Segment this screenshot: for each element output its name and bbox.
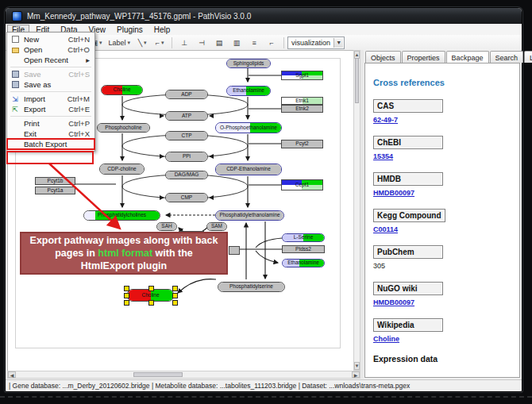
selection-handle[interactable] [124, 286, 129, 291]
chevron-down-icon[interactable]: ▾ [144, 40, 147, 46]
menu-item-label: Export [24, 105, 68, 114]
gene-node-sgpl1[interactable]: Sgpl1 [281, 71, 323, 80]
metabolite-node-l-serine[interactable]: L-Serine [282, 233, 325, 242]
export-icon: ⇱ [10, 106, 20, 114]
gene-node-etnk2[interactable]: Etnk2 [281, 105, 323, 113]
chevron-down-icon[interactable]: ▾ [161, 40, 164, 46]
metabolite-node-sah[interactable]: SAH [156, 222, 177, 231]
common-height-button[interactable]: ⌐ [264, 36, 279, 49]
label-tool-button[interactable]: Label▾ [106, 36, 133, 49]
side-panel-tabs: ObjectsPropertiesBackpageSearchLegend [365, 51, 521, 63]
selection-handle[interactable] [124, 300, 129, 306]
horizontal-scroll-thumb[interactable] [133, 372, 183, 377]
save-as-icon [10, 81, 20, 89]
selection-handle[interactable] [172, 293, 178, 298]
gene-node-pcyt2[interactable]: Pcyt2 [281, 140, 323, 148]
file-menu-item-save[interactable]: SaveCtrl+S [7, 69, 94, 79]
metabolite-node-phosphatidylcholines[interactable]: Phosphatidylcholines [83, 210, 160, 221]
vertical-scrollbar[interactable]: ▲ ▼ [353, 50, 360, 371]
metabolite-node-ethanolamine[interactable]: Ethanolamine [226, 86, 271, 96]
metabolite-node-atp[interactable]: ATP [165, 111, 208, 121]
align-center-button[interactable]: ⊥ [176, 36, 192, 49]
metabolite-node-ethanolamine[interactable]: Ethanolamine [282, 259, 325, 267]
metabolite-node-sam[interactable]: SAM [206, 222, 227, 231]
selection-handle[interactable] [124, 293, 129, 298]
node-label: O-Phosphoethanolamine [220, 125, 277, 131]
selection-handle[interactable] [172, 300, 178, 306]
xref-link[interactable]: HMDB00097 [373, 189, 511, 197]
align-middle-button[interactable]: ⊣ [194, 36, 210, 49]
metabolite-node-phosphocholine[interactable]: Phosphocholine [97, 123, 150, 133]
chevron-down-icon[interactable]: ▾ [99, 40, 102, 46]
gene-node-ptdss2[interactable]: Ptdss2 [282, 245, 325, 253]
chevron-down-icon[interactable]: ▼ [333, 38, 343, 48]
gene-node-etnk1[interactable]: Etnk1 [281, 97, 323, 105]
metabolite-node-sphingolipids[interactable]: Sphingolipids [226, 59, 271, 68]
metabolite-node-ctp[interactable]: CTP [165, 131, 208, 140]
node-label: Phosphatidylserine [229, 284, 273, 290]
chevron-down-icon[interactable]: ▾ [128, 40, 131, 46]
scroll-down-icon[interactable]: ▼ [354, 362, 360, 370]
metabolite-node-choline[interactable]: Choline [101, 85, 143, 95]
file-menu-item-open-recent[interactable]: Open Recent▸ [7, 55, 94, 65]
file-menu-item-batch-export[interactable]: Batch Export [7, 139, 94, 149]
scroll-left-icon[interactable]: ◀ [8, 371, 16, 378]
file-menu-item-open[interactable]: OpenCtrl+O [7, 44, 94, 55]
node-label: Ptdss2 [295, 247, 311, 252]
selection-handle[interactable] [172, 286, 178, 291]
tab-search[interactable]: Search [490, 51, 524, 63]
file-menu-item-exit[interactable]: ExitCtrl+X [7, 129, 94, 139]
metabolite-node-o-phosphoethanolamine[interactable]: O-Phosphoethanolamine [215, 122, 282, 133]
menu-item-help[interactable]: Help [149, 25, 175, 35]
stack-vertical-button[interactable]: ▤ [211, 36, 227, 49]
xref-link[interactable]: 15354 [373, 152, 511, 160]
node-label: ADP [181, 92, 191, 98]
metabolite-node-phosphatidylserine[interactable]: Phosphatidylserine [218, 282, 285, 292]
common-width-button[interactable]: ≡ [246, 36, 262, 49]
metabolite-node-adp[interactable]: ADP [165, 90, 208, 99]
gene-node[interactable] [229, 246, 240, 255]
tab-properties[interactable]: Properties [402, 51, 445, 63]
horizontal-scrollbar[interactable]: ◀ ▶ [7, 371, 360, 379]
line-tool-button[interactable]: ╲▾ [134, 36, 150, 49]
file-menu-item-export[interactable]: ⇱ExportCtrl+E [7, 104, 94, 114]
menu-separator [10, 67, 91, 67]
xref-section-pubchem: PubChem305 [373, 244, 511, 270]
xref-link[interactable]: Choline [373, 335, 511, 343]
file-menu-item-new[interactable]: NewCtrl+N [7, 34, 94, 44]
visualization-combobox[interactable]: visualization ▼ [287, 37, 345, 49]
tab-legend[interactable]: Legend [524, 51, 532, 63]
metabolite-node-cdp-choline[interactable]: CDP-choline [99, 164, 145, 175]
metabolite-node-cmp[interactable]: CMP [165, 193, 208, 202]
menu-item-label: New [24, 35, 68, 44]
xref-section-kegg-compound: Kegg CompoundC00114 [373, 207, 511, 233]
file-menu-popup: NewCtrl+NOpenCtrl+OOpen Recent▸SaveCtrl+… [6, 32, 95, 152]
node-label: ATP [182, 114, 191, 119]
file-menu-item-save-as[interactable]: Save as [7, 79, 94, 90]
metabolite-node-dag-mag[interactable]: DAG/MAG [165, 171, 208, 179]
scroll-right-icon[interactable]: ▶ [352, 371, 360, 378]
metabolite-node-phosphatidylethanolamine[interactable]: Phosphatidylethanolamine [215, 210, 284, 221]
selection-handle[interactable] [148, 300, 154, 306]
node-label: DAG/MAG [175, 172, 199, 178]
xref-link[interactable]: 62-49-7 [373, 116, 511, 124]
xref-link[interactable]: HMDB00097 [373, 298, 511, 306]
gene-node-pcyt1a[interactable]: Pcyt1a [35, 187, 75, 194]
file-menu-item-print[interactable]: PrintCtrl+P [7, 118, 94, 129]
metabolite-node-cdp-ethanolamine[interactable]: CDP-Ethanolamine [215, 164, 282, 175]
xref-link[interactable]: C00114 [373, 225, 511, 233]
menu-item-shortcut: Ctrl+S [68, 70, 90, 79]
metabolite-node-ppi[interactable]: PPi [165, 152, 208, 162]
xref-section-wikipedia: WikipediaCholine [373, 317, 511, 343]
selection-handle[interactable] [148, 286, 154, 291]
title-bar[interactable]: Mm_Kennedy_pathway_WP1771_45176.gpml - P… [6, 8, 522, 24]
connector-tool-button[interactable]: ⌐▾ [152, 36, 168, 49]
stack-horizontal-button[interactable]: ▥ [229, 36, 245, 49]
file-menu-item-import[interactable]: ⇲ImportCtrl+M [7, 94, 94, 104]
tab-backpage[interactable]: Backpage [446, 51, 489, 63]
tab-objects[interactable]: Objects [365, 51, 401, 63]
vertical-scroll-thumb[interactable] [355, 58, 359, 103]
menu-item-plugins[interactable]: Plugins [112, 25, 148, 35]
gene-node-pcyt1b[interactable]: Pcyt1b [35, 177, 75, 185]
gene-node-cept1[interactable]: Cept1 [281, 179, 323, 190]
